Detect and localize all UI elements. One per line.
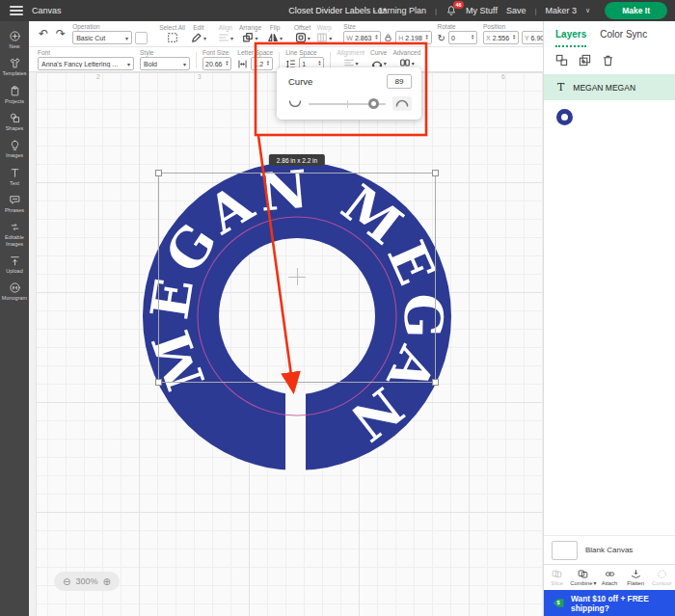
canvas-label[interactable]: Canvas [32, 6, 62, 15]
sidebar-item-editable-images[interactable]: Editable Images [0, 217, 29, 251]
advanced-button[interactable]: Advanced ▾ [392, 49, 420, 68]
clipboard-icon [9, 85, 21, 97]
sidebar-item-text[interactable]: Text [0, 163, 29, 190]
sidebar-item-templates[interactable]: Templates [0, 53, 29, 80]
notifications-button[interactable]: 46 [446, 5, 457, 16]
undo-button[interactable]: ↶ [39, 27, 48, 40]
sidebar-item-new[interactable]: New [0, 26, 29, 53]
sidebar-item-monogram[interactable]: Monogram [0, 278, 29, 305]
chevron-down-icon[interactable]: ∨ [585, 7, 590, 14]
flatten-button[interactable]: Flatten [623, 565, 649, 590]
sidebar-item-phrases[interactable]: Phrases [0, 190, 29, 217]
plus-circle-icon [9, 30, 21, 42]
arrange-button[interactable]: Arrange ▾ [239, 24, 261, 43]
machine-select[interactable]: Maker 3 [546, 6, 578, 15]
promo-banner[interactable]: $ Want $10 off + FREE shipping? [544, 590, 675, 616]
zoom-control: ⊖ 300% ⊕ [54, 572, 120, 591]
text-layer-icon: T [557, 81, 564, 94]
zoom-out-button[interactable]: ⊖ [63, 576, 70, 587]
curve-popup-title: Curve [288, 76, 312, 87]
top-bar: Canvas Closet Divider Labels - 1* Learni… [0, 0, 675, 21]
slice-button: Slice [544, 565, 570, 590]
arrange-icon [242, 32, 254, 43]
font-size-group: Font Size 20.66 ▲▼ [202, 49, 231, 70]
combine-button[interactable]: Combine▾ [570, 565, 596, 590]
curve-value-input[interactable]: 89 [387, 74, 412, 89]
height-stepper[interactable]: H 2.198 ▲▼ [395, 31, 431, 44]
attach-icon [605, 569, 615, 579]
resize-handle[interactable] [432, 379, 439, 386]
curve-slider[interactable] [309, 103, 386, 105]
rotate-stepper[interactable]: 0 ▲▼ [448, 31, 477, 44]
letter-space-stepper[interactable]: 1.2 ▲▼ [251, 57, 273, 70]
x-position-stepper[interactable]: X 2.556 ▲▼ [483, 31, 519, 44]
font-size-stepper[interactable]: 20.66 ▲▼ [202, 57, 231, 70]
curve-up-icon [395, 99, 409, 108]
right-panel: Layers Color Sync T MEGAN MEGAN Blank Ca… [543, 21, 675, 616]
lock-icon[interactable] [384, 33, 392, 42]
font-size-label: Font Size [202, 49, 231, 56]
layer-row-ring[interactable] [544, 100, 675, 133]
letter-space-group: Letter Space 1.2 ▲▼ [237, 49, 273, 70]
my-stuff-link[interactable]: My Stuff [466, 6, 498, 15]
shapes-icon [9, 112, 21, 124]
select-all-button[interactable]: Select All [159, 24, 185, 43]
sidebar-item-shapes[interactable]: Shapes [0, 108, 29, 135]
make-it-button[interactable]: Make It [605, 2, 667, 19]
lightbulb-icon [9, 139, 21, 151]
save-button[interactable]: Save [506, 6, 526, 15]
tshirt-icon [9, 57, 21, 69]
layer-row-text[interactable]: T MEGAN MEGAN [544, 74, 675, 100]
fill-color-swatch[interactable] [135, 32, 148, 44]
curve-up-button[interactable] [392, 96, 412, 111]
resize-handle[interactable] [155, 170, 162, 176]
resize-handle[interactable] [155, 379, 162, 386]
style-label: Style [140, 49, 190, 56]
price-tag-icon: $ [552, 597, 565, 609]
style-group: Style Bold ▾ [140, 49, 190, 70]
curve-down-icon[interactable] [288, 99, 302, 108]
canvas-color-swatch[interactable] [552, 541, 578, 560]
zoom-in-button[interactable]: ⊕ [102, 576, 110, 587]
blank-canvas-row[interactable]: Blank Canvas [544, 535, 675, 564]
layer-operations-bar: Slice Combine▾ Attach Flatten Contour [544, 564, 675, 590]
edit-toolbar: ↶ ↷ Operation Basic Cut ▾ Select All Edi… [29, 21, 543, 47]
redo-button[interactable]: ↷ [56, 27, 66, 40]
group-icon[interactable] [555, 54, 568, 67]
rotate-icon[interactable]: ↻ [438, 33, 446, 43]
sidebar-item-projects[interactable]: Projects [0, 81, 29, 108]
slider-center-tick [347, 100, 348, 108]
alignment-button: Alignment ▾ [337, 49, 364, 68]
chevron-down-icon: ▾ [125, 35, 128, 41]
design-canvas[interactable]: 2 3 4 5 6 MEGAN MEGAN 2.86 in x 2.2 in ⊖… [29, 72, 543, 616]
attach-button[interactable]: Attach [596, 565, 622, 590]
sidebar-item-upload[interactable]: Upload [0, 251, 29, 278]
pencil-icon [191, 32, 202, 43]
curve-popup: Curve 89 [277, 67, 421, 120]
separator: | [534, 7, 536, 15]
offset-icon [295, 32, 307, 43]
font-group: Font Anna's Fancy Lettering ... ▾ [38, 49, 134, 70]
line-space-label: Line Space [285, 49, 324, 56]
menu-icon[interactable] [10, 6, 23, 15]
divider-slot [285, 390, 306, 475]
offset-button[interactable]: Offset ▾ [294, 24, 310, 43]
layer-name: MEGAN MEGAN [573, 83, 635, 93]
edit-button[interactable]: Edit ▾ [191, 24, 206, 43]
warp-button: Warp ▾ [316, 24, 332, 43]
tab-color-sync[interactable]: Color Sync [600, 29, 647, 47]
slider-handle[interactable] [368, 98, 379, 109]
trash-icon[interactable] [602, 54, 614, 67]
dimensions-tooltip: 2.86 in x 2.2 in [269, 154, 325, 166]
sidebar-item-images[interactable]: Images [0, 135, 29, 162]
tab-layers[interactable]: Layers [555, 29, 586, 47]
style-select[interactable]: Bold ▾ [140, 57, 190, 70]
operation-select[interactable]: Basic Cut ▾ [72, 31, 132, 44]
font-select[interactable]: Anna's Fancy Lettering ... ▾ [38, 57, 134, 70]
notification-badge: 46 [453, 1, 464, 9]
curve-button[interactable]: Curve ▾ [370, 49, 387, 68]
duplicate-icon[interactable] [579, 54, 591, 67]
width-stepper[interactable]: W 2.863 ▲▼ [343, 31, 381, 44]
resize-handle[interactable] [432, 170, 439, 176]
flip-button[interactable]: Flip ▾ [267, 24, 283, 43]
